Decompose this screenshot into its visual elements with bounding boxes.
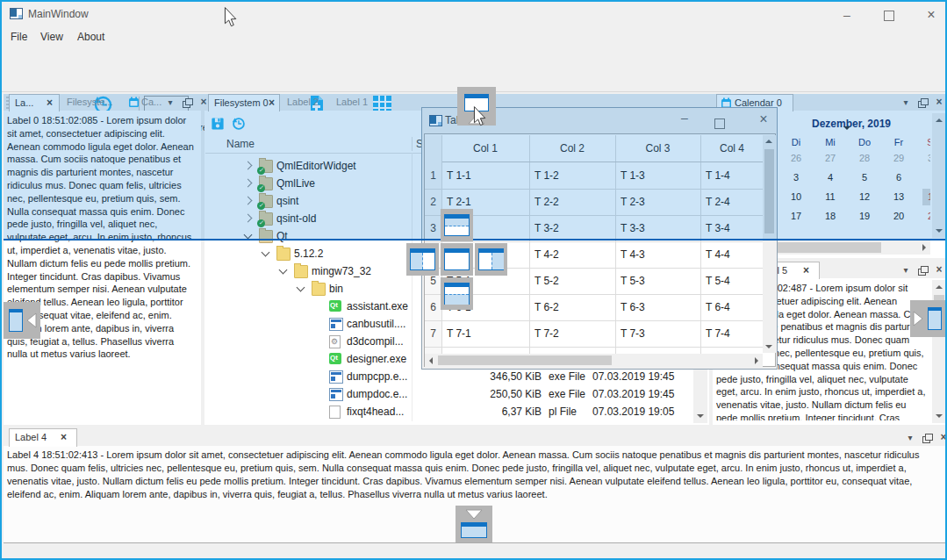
title-bar[interactable]: MainWindow – × [2, 2, 945, 26]
row-number: 5 [425, 275, 441, 287]
table-cell[interactable]: T 4-4 [706, 248, 730, 261]
tab-label: Label 4 [15, 432, 47, 442]
file-size: 346,50 KiB [445, 370, 542, 383]
table-cell[interactable]: T 7-2 [534, 327, 559, 340]
dock-menu-button[interactable]: ▾ [900, 264, 912, 276]
file-date: 07.03.2019 19:05 [592, 406, 674, 418]
menu-view[interactable]: View [40, 31, 63, 43]
table-cell[interactable]: T 4-2 [534, 248, 559, 261]
tree-item-label: mingw73_32 [312, 265, 371, 277]
maximize-button[interactable] [876, 7, 902, 25]
main-window: MainWindow – × File View About Save Stat… [0, 0, 947, 560]
tree-item[interactable]: fixqt4head...6,37 KiBpl File07.03.2019 1… [204, 403, 692, 420]
tree-item[interactable]: dumpcpp.e...346,50 KiBexe File07.03.2019… [204, 368, 692, 385]
tree-item-label: canbusutil.... [347, 318, 405, 330]
drop-arrow-right-icon [913, 311, 923, 327]
drop-indicator-right-edge[interactable] [910, 300, 947, 337]
tree-item-label: assistant.exe [347, 300, 408, 312]
file-type: exe File [549, 370, 585, 383]
folder-yellow-icon [294, 265, 308, 278]
doc-plain-icon [329, 406, 341, 419]
tab-close-icon[interactable]: × [61, 431, 67, 443]
table-cell[interactable]: T 4-3 [621, 248, 645, 261]
tree-item[interactable]: dumpdoc.e...250,50 KiBexe File07.03.2019… [204, 385, 692, 403]
menu-file[interactable]: File [11, 31, 27, 43]
folder-yellow-icon [312, 283, 326, 296]
file-date: 07.03.2019 19:45 [592, 370, 674, 383]
file-size: 6,37 KiB [445, 406, 542, 418]
drop-indicator-center[interactable] [441, 243, 473, 276]
folder-yellow-icon [276, 248, 291, 261]
menu-bar: File View About [2, 27, 945, 47]
table-cell[interactable]: T 7-3 [621, 327, 645, 340]
tree-item-label: dumpcpp.e... [347, 370, 407, 383]
drop-indicator-split-bottom[interactable] [441, 277, 473, 310]
tab-label4[interactable]: Label 4 × [9, 428, 77, 447]
dock-menu-button[interactable]: ▾ [904, 432, 916, 444]
table-cell[interactable]: T 5-3 [621, 275, 645, 287]
tree-item-label: dumpdoc.e... [347, 388, 407, 400]
app-win-icon [329, 388, 343, 401]
file-date: 07.03.2019 19:45 [592, 388, 674, 400]
window-title: MainWindow [28, 8, 89, 20]
minimize-button[interactable]: – [834, 7, 860, 25]
table-cell[interactable]: T 5-2 [534, 275, 559, 287]
chevron-down-icon[interactable] [279, 266, 288, 275]
dock-float-button[interactable] [916, 264, 929, 276]
qt-app-icon [329, 300, 341, 312]
tree-item-label: fixqt4head... [347, 406, 404, 418]
app-icon [10, 8, 23, 19]
table-cell[interactable]: T 6-4 [706, 301, 730, 313]
tree-item-label: 5.12.2 [294, 248, 323, 260]
chevron-down-icon[interactable] [297, 284, 305, 292]
app-win-icon [329, 318, 343, 331]
tree-item-label: bin [329, 283, 343, 295]
drag-cursor [473, 106, 486, 126]
label4-tabbar: Label 4 × ▾ × [4, 428, 947, 446]
close-button[interactable]: × [918, 7, 944, 25]
table-cell[interactable]: T 7-1 [447, 327, 471, 340]
maximize-icon [884, 11, 894, 21]
menu-about[interactable]: About [77, 31, 104, 43]
tab-close-icon[interactable]: × [803, 264, 809, 276]
doc-gear-icon [329, 335, 341, 348]
drop-indicator-split-top[interactable] [441, 209, 473, 241]
dock-float-button[interactable] [921, 432, 933, 444]
table-cell[interactable]: T 5-4 [706, 275, 730, 287]
mouse-cursor [224, 7, 237, 27]
dock-buttons: ▾ × [904, 432, 947, 444]
dock-close-button[interactable]: × [937, 432, 947, 444]
file-type: exe File [549, 388, 585, 400]
drop-indicator-left-edge[interactable] [4, 302, 40, 339]
dock-buttons: ▾ × [900, 264, 945, 276]
table-cell[interactable]: T 6-2 [534, 301, 559, 313]
app-win-icon [329, 370, 343, 384]
file-size: 250,50 KiB [445, 388, 542, 400]
chevron-down-icon[interactable] [262, 248, 270, 257]
dock-close-button[interactable]: × [933, 264, 945, 276]
table-cell[interactable]: T 7-4 [706, 327, 730, 340]
table-cell[interactable]: T 6-3 [621, 301, 645, 313]
qt-app-icon [329, 353, 341, 364]
drop-arrow-down-icon [465, 509, 483, 520]
table-hscrollbar[interactable] [425, 354, 763, 367]
tree-item-label: designer.exe [347, 353, 406, 365]
drop-indicator-bottom-edge[interactable] [456, 506, 492, 542]
row-number: 7 [425, 327, 441, 340]
row-number: 6 [425, 301, 441, 313]
tree-item-label: d3dcompil... [347, 335, 404, 348]
drop-indicator-split-right[interactable] [475, 243, 507, 276]
toolbar: Save State Restore State test1 Create Pe… [2, 47, 945, 92]
drop-arrow-left-icon [26, 312, 37, 328]
drop-indicator-split-left[interactable] [406, 243, 439, 276]
file-type: pl File [549, 406, 577, 418]
